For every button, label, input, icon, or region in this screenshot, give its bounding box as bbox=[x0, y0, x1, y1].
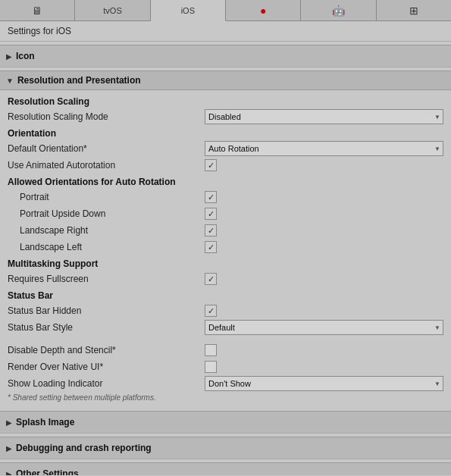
render-over-native-value bbox=[205, 361, 443, 373]
subsection-multitasking: Multitasking Support bbox=[8, 255, 443, 271]
tab-tvos[interactable]: tvOS bbox=[75, 0, 150, 20]
show-loading-indicator-dropdown[interactable]: Don't Show Always In Background bbox=[205, 376, 443, 391]
portrait-upside-down-value bbox=[205, 208, 443, 220]
status-bar-style-dropdown[interactable]: Default Light Content Dark Content bbox=[205, 320, 443, 335]
chevron-down-icon: ▼ bbox=[6, 77, 14, 85]
portrait-value bbox=[205, 191, 443, 203]
section-splash: ▶ Splash Image bbox=[0, 411, 451, 434]
tizen-icon: ● bbox=[260, 5, 266, 17]
landscape-right-checkbox[interactable] bbox=[205, 224, 217, 236]
row-landscape-right: Landscape Right bbox=[8, 222, 443, 239]
section-icon-header[interactable]: ▶ Icon bbox=[0, 45, 451, 67]
section-other: ▶ Other Settings bbox=[0, 462, 451, 475]
status-bar-hidden-value bbox=[205, 305, 443, 317]
scaling-mode-dropdown-wrapper: Disabled Fixed DPI FixedHeight FixedWidt… bbox=[205, 109, 443, 124]
animated-autorotation-label: Use Animated Autorotation bbox=[8, 160, 205, 171]
animated-autorotation-checkbox[interactable] bbox=[205, 159, 217, 171]
android-icon: 🤖 bbox=[332, 5, 345, 17]
disable-depth-stencil-checkbox[interactable] bbox=[205, 344, 217, 356]
default-orientation-label: Default Orientation* bbox=[8, 143, 205, 154]
landscape-right-value bbox=[205, 224, 443, 236]
section-debugging-label: Debugging and crash reporting bbox=[16, 443, 152, 453]
tab-android[interactable]: 🤖 bbox=[301, 0, 376, 20]
requires-fullscreen-label: Requires Fullscreen bbox=[8, 274, 205, 284]
monitor-icon: 🖥 bbox=[32, 5, 42, 17]
subsection-status-bar: Status Bar bbox=[8, 287, 443, 302]
shared-setting-note: * Shared setting between multiple platfo… bbox=[8, 392, 443, 405]
tab-bar: 🖥 tvOS iOS ● 🤖 ⊞ bbox=[0, 0, 451, 21]
portrait-upside-down-checkbox[interactable] bbox=[205, 208, 217, 220]
portrait-upside-down-label: Portrait Upside Down bbox=[8, 208, 205, 219]
tab-monitor[interactable]: 🖥 bbox=[0, 0, 75, 20]
default-orientation-dropdown-wrapper: Auto Rotation Portrait Portrait Upside D… bbox=[205, 141, 443, 156]
landscape-left-checkbox[interactable] bbox=[205, 241, 217, 253]
section-icon: ▶ Icon bbox=[0, 45, 451, 67]
row-default-orientation: Default Orientation* Auto Rotation Portr… bbox=[8, 140, 443, 157]
section-resolution-header[interactable]: ▼ Resolution and Presentation bbox=[0, 70, 451, 90]
row-portrait: Portrait bbox=[8, 189, 443, 205]
show-loading-indicator-dropdown-wrapper: Don't Show Always In Background bbox=[205, 376, 443, 391]
scaling-mode-dropdown[interactable]: Disabled Fixed DPI FixedHeight FixedWidt… bbox=[205, 109, 443, 124]
landscape-right-label: Landscape Right bbox=[8, 225, 205, 236]
show-loading-indicator-value: Don't Show Always In Background bbox=[205, 376, 443, 391]
subsection-orientation: Orientation bbox=[8, 125, 443, 140]
section-debugging-header[interactable]: ▶ Debugging and crash reporting bbox=[0, 437, 451, 459]
disable-depth-stencil-label: Disable Depth and Stencil* bbox=[8, 345, 205, 355]
row-animated-autorotation: Use Animated Autorotation bbox=[8, 157, 443, 174]
row-portrait-upside-down: Portrait Upside Down bbox=[8, 205, 443, 222]
landscape-left-label: Landscape Left bbox=[8, 242, 205, 252]
subsection-allowed-orientations: Allowed Orientations for Auto Rotation bbox=[8, 174, 443, 189]
row-show-loading-indicator: Show Loading Indicator Don't Show Always… bbox=[8, 375, 443, 392]
disable-depth-stencil-value bbox=[205, 344, 443, 356]
tab-ios[interactable]: iOS bbox=[151, 0, 226, 21]
chevron-right-splash-icon: ▶ bbox=[6, 418, 12, 427]
scaling-mode-value: Disabled Fixed DPI FixedHeight FixedWidt… bbox=[205, 109, 443, 124]
requires-fullscreen-value bbox=[205, 273, 443, 285]
animated-autorotation-value bbox=[205, 159, 443, 171]
chevron-right-icon: ▶ bbox=[6, 52, 12, 61]
render-over-native-checkbox[interactable] bbox=[205, 361, 217, 373]
row-status-bar-style: Status Bar Style Default Light Content D… bbox=[8, 319, 443, 336]
portrait-checkbox[interactable] bbox=[205, 191, 217, 203]
tab-tvos-label: tvOS bbox=[103, 6, 121, 15]
chevron-right-other-icon: ▶ bbox=[6, 470, 12, 476]
section-other-header[interactable]: ▶ Other Settings bbox=[0, 462, 451, 475]
default-orientation-value: Auto Rotation Portrait Portrait Upside D… bbox=[205, 141, 443, 156]
row-scaling-mode: Resolution Scaling Mode Disabled Fixed D… bbox=[8, 108, 443, 125]
section-debugging: ▶ Debugging and crash reporting bbox=[0, 437, 451, 459]
row-disable-depth-stencil: Disable Depth and Stencil* bbox=[8, 342, 443, 359]
row-requires-fullscreen: Requires Fullscreen bbox=[8, 271, 443, 287]
status-bar-style-label: Status Bar Style bbox=[8, 322, 205, 333]
subsection-resolution-scaling: Resolution Scaling bbox=[8, 93, 443, 108]
landscape-left-value bbox=[205, 241, 443, 253]
section-resolution-content: Resolution Scaling Resolution Scaling Mo… bbox=[0, 90, 451, 408]
requires-fullscreen-checkbox[interactable] bbox=[205, 273, 217, 285]
main-content: ▶ Icon ▼ Resolution and Presentation Res… bbox=[0, 42, 451, 475]
portrait-label: Portrait bbox=[8, 192, 205, 202]
page-title: Settings for iOS bbox=[0, 21, 451, 42]
row-landscape-left: Landscape Left bbox=[8, 239, 443, 255]
render-over-native-label: Render Over Native UI* bbox=[8, 362, 205, 372]
section-splash-header[interactable]: ▶ Splash Image bbox=[0, 411, 451, 434]
row-status-bar-hidden: Status Bar Hidden bbox=[8, 302, 443, 319]
section-other-label: Other Settings bbox=[16, 468, 79, 475]
tab-tizen[interactable]: ● bbox=[226, 0, 301, 20]
status-bar-hidden-label: Status Bar Hidden bbox=[8, 305, 205, 316]
show-loading-indicator-label: Show Loading Indicator bbox=[8, 378, 205, 389]
chevron-right-debugging-icon: ▶ bbox=[6, 444, 12, 453]
section-icon-label: Icon bbox=[16, 51, 35, 61]
status-bar-style-dropdown-wrapper: Default Light Content Dark Content bbox=[205, 320, 443, 335]
section-splash-label: Splash Image bbox=[16, 417, 74, 427]
tab-ios-label: iOS bbox=[181, 6, 195, 15]
windows-icon: ⊞ bbox=[409, 5, 418, 17]
row-render-over-native: Render Over Native UI* bbox=[8, 359, 443, 375]
status-bar-style-value: Default Light Content Dark Content bbox=[205, 320, 443, 335]
scaling-mode-label: Resolution Scaling Mode bbox=[8, 111, 205, 122]
status-bar-hidden-checkbox[interactable] bbox=[205, 305, 217, 317]
tab-windows[interactable]: ⊞ bbox=[377, 0, 451, 20]
section-resolution-label: Resolution and Presentation bbox=[17, 75, 141, 86]
default-orientation-dropdown[interactable]: Auto Rotation Portrait Portrait Upside D… bbox=[205, 141, 443, 156]
section-resolution: ▼ Resolution and Presentation Resolution… bbox=[0, 70, 451, 408]
